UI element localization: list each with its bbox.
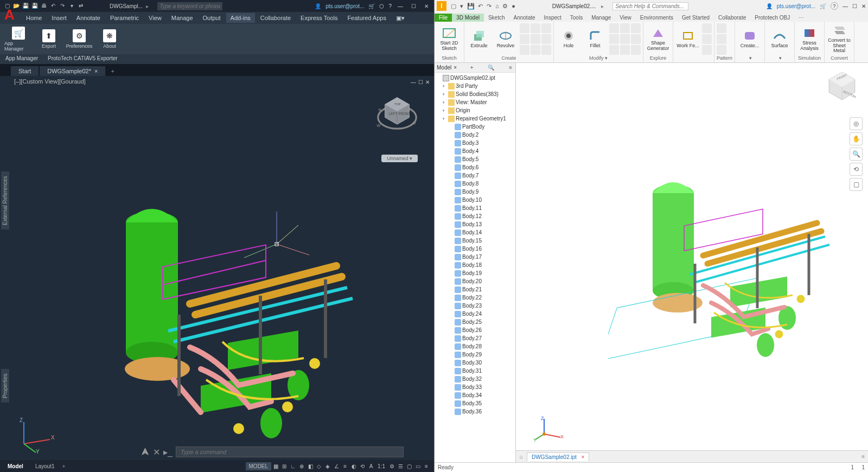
cart-icon[interactable]: 🛒	[368, 3, 375, 9]
tree-body-item[interactable]: Body.32	[435, 375, 515, 383]
copy-icon[interactable]	[620, 45, 630, 55]
expand-icon[interactable]: +	[442, 116, 447, 122]
tree-item[interactable]: +Origin	[435, 106, 515, 114]
polar-icon[interactable]: ⊕	[297, 462, 306, 470]
cart-icon[interactable]: 🛒	[820, 3, 826, 9]
ribbon-tab-collaborate[interactable]: Collaborate	[714, 14, 750, 22]
external-references-palette[interactable]: External References	[1, 172, 9, 230]
menu-express-tools[interactable]: Express Tools	[296, 13, 342, 23]
clean-icon[interactable]: ▭	[413, 462, 422, 470]
menu-insert[interactable]: Insert	[47, 13, 71, 23]
signin-icon[interactable]: 👤	[315, 3, 321, 9]
browser-search-icon[interactable]: 🔍	[487, 65, 495, 71]
menu-manage[interactable]: Manage	[167, 13, 197, 23]
tree-body-item[interactable]: Body.34	[435, 391, 515, 399]
expand-icon[interactable]: +	[442, 92, 447, 97]
qat-material-icon[interactable]: ●	[510, 3, 516, 9]
circ-pattern-icon[interactable]	[717, 34, 726, 44]
qat-more-icon[interactable]: ▾	[68, 2, 75, 10]
coil-icon[interactable]	[541, 23, 551, 33]
tree-item[interactable]: +3rd Party	[435, 82, 515, 90]
drawing-viewport[interactable]: [–][Custom View][Gouraud] — ☐ ✕ External…	[0, 76, 434, 460]
tree-root[interactable]: DWGSample02.ipt	[435, 74, 515, 82]
command-input[interactable]	[176, 447, 404, 457]
grid-icon[interactable]: ▦	[271, 462, 280, 470]
menu-featured-apps[interactable]: Featured Apps	[343, 13, 391, 23]
qat-plot-icon[interactable]: 🖶	[40, 2, 48, 10]
tree-body-item[interactable]: Body.29	[435, 350, 515, 359]
chamfer-icon[interactable]	[609, 23, 619, 33]
tree-body-item[interactable]: Body.26	[435, 326, 515, 334]
cmd-close-icon[interactable]: ✕	[153, 447, 160, 457]
menu-view[interactable]: View	[144, 13, 166, 23]
import-icon[interactable]	[531, 45, 540, 55]
tree-body-item[interactable]: Body.9	[435, 188, 515, 196]
ribbon-tab-prototech-obj[interactable]: Prototech OBJ	[750, 14, 794, 22]
tree-body-item[interactable]: Body.36	[435, 407, 515, 416]
ribbon-tab-3d-model[interactable]: 3D Model	[452, 14, 484, 22]
properties-palette[interactable]: Properties	[1, 369, 9, 403]
help-search-input[interactable]	[157, 2, 222, 10]
qat-new-icon[interactable]: ▢	[450, 3, 457, 9]
cmd-history-icon[interactable]: ⮝	[141, 447, 150, 457]
viewcube[interactable]: LEFT FRONT TOP N S W	[375, 92, 419, 136]
qat-settings-icon[interactable]: ⚙	[501, 3, 509, 9]
autocad-logo-icon[interactable]: A	[4, 8, 21, 24]
isodraft-icon[interactable]: ◧	[306, 462, 315, 470]
tree-body-item[interactable]: Body.13	[435, 220, 515, 228]
tree-body-item[interactable]: Body.12	[435, 212, 515, 220]
user-label[interactable]: pts.user@prot...	[326, 3, 364, 9]
qat-saveas-icon[interactable]: 💾	[31, 2, 39, 10]
tree-body-item[interactable]: Body.27	[435, 334, 515, 342]
loft-icon[interactable]	[531, 23, 540, 33]
layout-tab-layout1[interactable]: Layout1	[31, 462, 59, 470]
shape-generator-button[interactable]: Shape Generator	[646, 24, 671, 54]
browser-title[interactable]: Model	[437, 65, 451, 71]
status-model-badge[interactable]: MODEL	[246, 462, 272, 470]
hole-button[interactable]: Hole	[556, 24, 581, 54]
surface-button[interactable]: Surface	[767, 24, 792, 54]
start-2d-sketch-button[interactable]: Start 2D Sketch	[437, 24, 462, 54]
new-tab-button[interactable]: +	[106, 66, 118, 76]
unwrap-icon[interactable]	[541, 45, 551, 55]
gear-icon[interactable]: ⚙	[387, 462, 396, 470]
transparency-icon[interactable]: ◐	[349, 462, 358, 470]
tree-body-item[interactable]: Body.30	[435, 359, 515, 367]
visual-style-dropdown[interactable]: Unnamed ▾	[381, 155, 418, 162]
expand-icon[interactable]: +	[442, 100, 447, 105]
ribbon-tab-inspect[interactable]: Inspect	[540, 14, 566, 22]
browser-menu-icon[interactable]: ≡	[508, 65, 513, 71]
revolve-button[interactable]: Revolve	[493, 24, 518, 54]
tree-body-item[interactable]: Body.8	[435, 180, 515, 188]
layout-add-icon[interactable]: +	[59, 463, 68, 469]
qat-undo-icon[interactable]: ↶	[49, 2, 57, 10]
rect-pattern-icon[interactable]	[717, 23, 726, 33]
tree-body-item[interactable]: Body.7	[435, 171, 515, 180]
decal-icon[interactable]	[520, 45, 529, 55]
tree-body-item[interactable]: Body.3	[435, 139, 515, 147]
graphics-viewport[interactable]: FRONT BOTTOM ◎ ✋ 🔍 ⟲ ▢	[516, 63, 868, 462]
ribbon-tab-view[interactable]: View	[615, 14, 636, 22]
menu-parametric[interactable]: Parametric	[106, 13, 143, 23]
scale-label[interactable]: 1:1	[375, 463, 387, 469]
tree-body-item[interactable]: Body.35	[435, 399, 515, 407]
tree-body-item[interactable]: Body.18	[435, 261, 515, 269]
tree-body-item[interactable]: PartBody	[435, 123, 515, 131]
browser-close-icon[interactable]: ×	[454, 65, 457, 71]
ribbon-tab-annotate[interactable]: Annotate	[509, 14, 540, 22]
viewport-label[interactable]: [–][Custom View][Gouraud]	[14, 78, 86, 85]
about-button[interactable]: ❋About	[95, 26, 124, 52]
user-label[interactable]: pts.user@prot...	[777, 3, 815, 9]
convert-sheetmetal-button[interactable]: Convert to Sheet Metal	[827, 24, 852, 54]
tree-body-item[interactable]: Body.15	[435, 237, 515, 245]
vp-min-icon[interactable]: —	[411, 79, 416, 85]
ribbon-tab-tools[interactable]: Tools	[566, 14, 587, 22]
help-icon[interactable]: ?	[388, 3, 392, 9]
shell-icon[interactable]	[620, 23, 630, 33]
ribbon-tab-sketch[interactable]: Sketch	[484, 14, 509, 22]
qat-save-icon[interactable]: 💾	[466, 3, 476, 9]
qat-undo-icon[interactable]: ↶	[477, 3, 484, 9]
menu-annotate[interactable]: Annotate	[72, 13, 105, 23]
maximize-button[interactable]: ☐	[409, 3, 418, 9]
close-button[interactable]: ✕	[861, 3, 866, 9]
